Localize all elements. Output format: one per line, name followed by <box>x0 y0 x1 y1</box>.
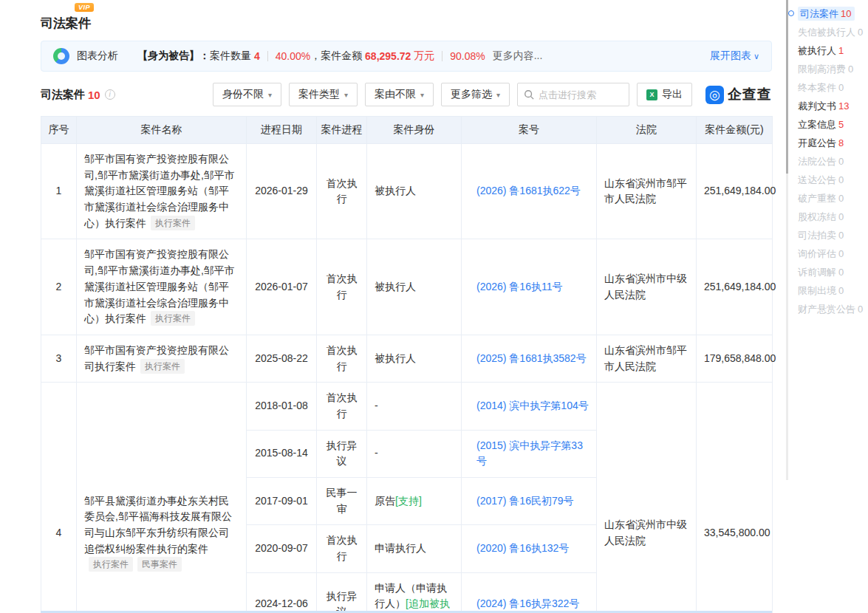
case-index: 3 <box>41 335 77 382</box>
sidebar-item-立案信息[interactable]: 立案信息5 <box>798 115 868 134</box>
case-number-link[interactable]: (2024) 鲁16执异322号 <box>476 597 579 609</box>
scrollbar-thumb[interactable] <box>786 0 788 174</box>
sidebar-item-被执行人[interactable]: 被执行人1 <box>798 41 868 60</box>
case-identity: 申请人（申请执行人）[追加被执行人] <box>367 572 462 613</box>
sidebar-item-法院公告[interactable]: 法院公告0 <box>798 152 868 171</box>
sidebar-item-终本案件[interactable]: 终本案件0 <box>798 78 868 97</box>
sidebar-item-label: 限制高消费 <box>798 64 846 75</box>
sidebar-item-限制高消费[interactable]: 限制高消费0 <box>798 60 868 78</box>
search-icon <box>524 89 534 100</box>
sidebar-item-股权冻结[interactable]: 股权冻结0 <box>798 208 868 226</box>
sidebar-item-count: 0 <box>838 285 844 296</box>
sidebar-item-content: 终本案件0 <box>798 82 844 93</box>
expand-chart-label: 展开图表 <box>710 49 751 61</box>
process-date: 2020-09-07 <box>247 525 317 572</box>
sidebar-item-content: 破产重整0 <box>798 193 844 204</box>
sidebar-item-label: 司法案件 <box>800 8 838 19</box>
case-number-cell: (2014) 滨中执字第104号 <box>462 383 597 430</box>
sidebar-item-count: 0 <box>838 193 844 204</box>
process-date: 2025-08-22 <box>247 335 317 382</box>
identity-extra: [支持] <box>395 495 422 507</box>
identity-text: - <box>375 400 378 411</box>
case-number-cell: (2025) 鲁1681执3582号 <box>462 335 597 382</box>
process-stage: 首次执行 <box>317 144 367 239</box>
sidebar-item-count: 0 <box>848 64 853 75</box>
case-name-cell: 邹平市国有资产投资控股有限公司,邹平市黛溪街道办事处,邹平市黛溪街道社区管理服务… <box>77 144 247 239</box>
table-row: 3邹平市国有资产投资控股有限公司执行案件执行案件2025-08-22首次执行被执… <box>41 335 773 382</box>
table-header-row: 序号案件名称进程日期案件进程案件身份案号法院案件金额(元) <box>41 117 773 144</box>
filter-button-3[interactable]: 案由不限▾ <box>365 83 434 106</box>
case-count-percent: 40.00% <box>276 50 310 62</box>
sidebar-item-破产重整[interactable]: 破产重整0 <box>798 189 868 208</box>
sidebar-item-财产悬赏公告[interactable]: 财产悬赏公告0 <box>798 300 868 318</box>
identity-text: 申请执行人 <box>375 542 426 554</box>
filter-group: 身份不限▾案件类型▾案由不限▾更多筛选▾ <box>213 83 510 106</box>
sidebar-item-失信被执行人[interactable]: 失信被执行人0 <box>798 23 868 41</box>
case-number-link[interactable]: (2020) 鲁16执132号 <box>476 542 569 554</box>
sidebar-item-司法拍卖[interactable]: 司法拍卖0 <box>798 226 868 244</box>
qichacha-logo: ◎ 企查查 <box>705 85 772 104</box>
amount-unit: 万元 <box>414 49 434 63</box>
sidebar-item-label: 司法拍卖 <box>798 230 836 241</box>
info-icon[interactable]: i <box>105 89 115 100</box>
amount-value: 68,295.72 <box>365 50 411 62</box>
sidebar-item-label: 被执行人 <box>798 45 836 56</box>
sidebar-item-询价评估[interactable]: 询价评估0 <box>798 244 868 263</box>
case-number-link[interactable]: (2026) 鲁1681执622号 <box>476 185 581 196</box>
sidebar-item-限制出境[interactable]: 限制出境0 <box>798 281 868 300</box>
search-input[interactable] <box>539 89 621 100</box>
sidebar-item-content: 司法案件10 <box>798 7 855 21</box>
case-index: 1 <box>41 144 77 239</box>
case-number-link[interactable]: (2025) 鲁1681执3582号 <box>476 352 587 364</box>
chevron-down-icon: ▾ <box>344 91 348 99</box>
sidebar-item-送达公告[interactable]: 送达公告0 <box>798 171 868 189</box>
sidebar-item-content: 法院公告0 <box>798 156 844 167</box>
court-name: 山东省滨州市中级人民法院 <box>597 383 697 613</box>
sidebar-item-诉前调解[interactable]: 诉前调解0 <box>798 263 868 281</box>
sidebar-item-content: 裁判文书13 <box>798 100 849 112</box>
divider <box>442 51 442 61</box>
sidebar-item-count: 0 <box>838 82 844 93</box>
case-number-link[interactable]: (2017) 鲁16民初79号 <box>476 495 574 507</box>
sidebar-item-count: 0 <box>858 27 863 38</box>
column-header: 案件身份 <box>367 117 462 144</box>
sidebar-item-count: 0 <box>838 156 844 167</box>
case-name: 邹平县黛溪街道办事处东关村民委员会,邹平福海科技发展有限公司与山东邹平东升纺织有… <box>84 495 232 555</box>
case-identity: 被执行人 <box>367 144 462 239</box>
process-date: 2018-01-08 <box>247 383 317 430</box>
case-number-cell: (2026) 鲁1681执622号 <box>462 144 597 239</box>
sidebar-item-content: 被执行人1 <box>798 45 844 56</box>
cases-table: 序号案件名称进程日期案件进程案件身份案号法院案件金额(元) 1邹平市国有资产投资… <box>41 116 773 613</box>
sidebar-item-label: 询价评估 <box>798 248 836 259</box>
sidebar-item-司法案件[interactable]: 司法案件10 <box>798 4 868 23</box>
column-header: 进程日期 <box>247 117 317 144</box>
column-header: 序号 <box>41 117 77 144</box>
filter-button-4[interactable]: 更多筛选▾ <box>441 83 510 106</box>
sidebar-item-content: 诉前调解0 <box>798 267 844 278</box>
sidebar-item-content: 司法拍卖0 <box>798 230 844 241</box>
identity-text: 被执行人 <box>375 281 416 292</box>
case-number-link[interactable]: (2014) 滨中执字第104号 <box>476 400 589 411</box>
case-number-link[interactable]: (2026) 鲁16执11号 <box>476 281 562 292</box>
right-sidebar: 司法案件10失信被执行人0被执行人1限制高消费0终本案件0裁判文书13立案信息5… <box>786 0 868 613</box>
case-index: 4 <box>41 383 77 613</box>
sidebar-item-content: 送达公告0 <box>798 174 844 185</box>
export-button[interactable]: X 导出 <box>637 83 692 106</box>
filter-button-2[interactable]: 案件类型▾ <box>289 83 358 106</box>
case-identity: 原告[支持] <box>367 478 462 525</box>
case-name-cell: 邹平县黛溪街道办事处东关村民委员会,邹平福海科技发展有限公司与山东邹平东升纺织有… <box>77 383 247 613</box>
case-type-tag: 民事案件 <box>137 557 182 572</box>
case-number-link[interactable]: (2015) 滨中执异字第33号 <box>476 439 583 468</box>
court-name: 山东省滨州市中级人民法院 <box>597 239 697 335</box>
filter-button-1[interactable]: 身份不限▾ <box>213 83 281 106</box>
section-count: 10 <box>88 89 100 101</box>
more-content-link[interactable]: 更多内容... <box>493 49 543 63</box>
expand-chart-link[interactable]: 展开图表∨ <box>710 49 759 63</box>
amount-label: 案件金额 <box>321 49 362 63</box>
search-box[interactable] <box>517 83 629 106</box>
sidebar-item-开庭公告[interactable]: 开庭公告8 <box>798 134 868 152</box>
sidebar-item-裁判文书[interactable]: 裁判文书13 <box>798 97 868 115</box>
chart-analysis-label: 图表分析 <box>77 49 118 63</box>
sidebar-item-label: 开庭公告 <box>798 137 836 148</box>
process-date: 2026-01-29 <box>247 144 317 239</box>
